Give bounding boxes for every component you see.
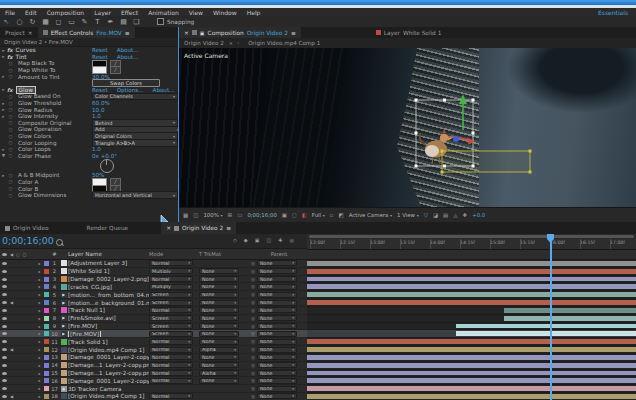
layer-duration-bar[interactable]	[456, 324, 636, 329]
layer-row-8[interactable]: ▸8▶[Fire&Smoke.avi]Screen▾None▾◎None▾	[0, 315, 307, 323]
layer-name[interactable]: [Origin Video.mp4 Comp 1]	[68, 393, 144, 399]
layer-name[interactable]: [Damage_0002_Layer-2.png]	[68, 276, 149, 282]
layer-duration-bar[interactable]	[307, 269, 636, 274]
parent-dropdown[interactable]: None▾	[257, 386, 297, 392]
layer-duration-bar[interactable]	[307, 394, 636, 399]
layer-row-14[interactable]: ▸14[Damage...1_Layer-2-copy.png]Normal▾N…	[0, 362, 307, 370]
stopwatch-icon[interactable]: ○	[7, 120, 14, 125]
expand-arrow-icon[interactable]: ▸	[36, 386, 43, 391]
layer-name[interactable]: [Origin Video.mp4 Comp 1]	[68, 347, 144, 353]
parent-pickwhip-icon[interactable]: ◎	[251, 355, 255, 360]
parent-dropdown[interactable]: None▾	[257, 315, 297, 321]
effect-curves[interactable]: ▸fxCurvesResetAbout...	[0, 47, 178, 54]
layer-label-color[interactable]	[44, 355, 49, 360]
timeline-button-icon[interactable]: ▤	[443, 212, 448, 218]
trkmat-dropdown[interactable]: Alpha▾	[199, 370, 239, 376]
parent-dropdown[interactable]: None▾	[257, 284, 297, 290]
col-layer-name[interactable]: Layer Name	[68, 251, 149, 257]
layer-label-color[interactable]	[44, 347, 49, 352]
expand-arrow-icon[interactable]: ▸	[36, 308, 43, 313]
solo-icon[interactable]: ○	[16, 252, 20, 257]
tab-origin-video[interactable]: Origin Video	[0, 222, 54, 234]
layer-name[interactable]: 3D Tracker Camera	[68, 386, 122, 392]
blend-mode-dropdown[interactable]: Normal▾	[149, 339, 193, 345]
parent-dropdown[interactable]: None▾	[257, 307, 297, 313]
reset-link[interactable]: Reset	[92, 47, 108, 53]
expand-arrow-icon[interactable]: ▸	[36, 316, 43, 321]
layer-duration-bar[interactable]	[307, 355, 636, 360]
view-dropdown[interactable]: Active Camera ▾	[349, 212, 392, 218]
roi-icon[interactable]: ▫	[330, 212, 334, 218]
blend-mode-dropdown[interactable]: Screen▾	[149, 300, 193, 306]
video-visibility-icon[interactable]	[2, 340, 7, 343]
expand-arrow-icon[interactable]: ▸	[36, 292, 43, 297]
col-mode[interactable]: Mode	[149, 251, 199, 257]
layer-name[interactable]: [Fire.MOV]	[68, 323, 97, 329]
layer-duration-bar[interactable]	[307, 386, 636, 391]
parent-pickwhip-icon[interactable]: ◎	[251, 394, 255, 399]
layer-row-4[interactable]: ▸4[cracks_CG.jpg]Multiply▾None▾◎None▾	[0, 283, 307, 291]
parent-pickwhip-icon[interactable]: ◎	[251, 284, 255, 289]
parent-pickwhip-icon[interactable]: ◎	[251, 277, 255, 282]
stopwatch-icon[interactable]: ○	[7, 173, 14, 178]
subtab-origin-video-2[interactable]: Origin Video 2	[179, 40, 229, 46]
layer-row-15[interactable]: ▸15[Damage...1_Layer-2-copy.png]Normal▾A…	[0, 370, 307, 378]
layer-name[interactable]: [Track Solid 1]	[68, 339, 108, 345]
trkmat-dropdown[interactable]: None▾	[199, 307, 239, 313]
transparency-grid-icon[interactable]: ◩	[339, 212, 344, 218]
snapshot-icon[interactable]: ▣	[282, 212, 287, 218]
blend-mode-dropdown[interactable]: Normal▾	[149, 307, 193, 313]
hand-tool-icon[interactable]: ○	[13, 18, 26, 26]
lock-icon[interactable]: ▢	[23, 252, 27, 257]
time-ruler[interactable]: 12:00f12:15f13:00f13:15f14:00f14:15f15:0…	[307, 239, 636, 250]
trkmat-dropdown[interactable]: None▾	[199, 362, 239, 368]
video-visibility-icon[interactable]	[2, 309, 7, 312]
parent-pickwhip-icon[interactable]: ◎	[251, 363, 255, 368]
layer-row-16[interactable]: ▸16[Damage_0001_Layer-2-copy.png]Normal▾…	[0, 377, 307, 385]
pan-behind-tool-icon[interactable]: ◻	[52, 18, 65, 26]
mask-shape-tool-icon[interactable]: ▭	[65, 18, 78, 26]
stopwatch-icon[interactable]: ○	[7, 114, 14, 119]
workspace-label[interactable]: Essentials	[598, 9, 636, 16]
blend-mode-dropdown[interactable]: Normal▾	[149, 378, 193, 384]
about-link[interactable]: About...	[153, 87, 175, 93]
video-visibility-icon[interactable]	[2, 293, 7, 296]
layer-name[interactable]: [Fire&Smoke.avi]	[68, 315, 116, 321]
parent-dropdown[interactable]: None▾	[257, 347, 297, 353]
layer-row-7[interactable]: ▸7[Track Null 1]Normal▾None▾◎None▾	[0, 307, 307, 315]
expand-arrow-icon[interactable]: ▸	[36, 347, 43, 352]
options-link[interactable]: Options...	[117, 87, 144, 93]
playhead-line[interactable]	[550, 234, 552, 400]
stopwatch-icon[interactable]: ○	[7, 68, 14, 73]
brush-tool-icon[interactable]: ✒	[104, 18, 117, 26]
menu-window[interactable]: Window	[208, 9, 242, 16]
layer-label-color[interactable]	[44, 386, 49, 391]
stopwatch-icon[interactable]: ○	[7, 179, 14, 184]
video-visibility-icon[interactable]	[2, 387, 7, 390]
video-visibility-icon[interactable]	[2, 270, 7, 273]
parent-dropdown[interactable]: None▾	[257, 354, 297, 360]
frame-blend-icon[interactable]: ◆	[244, 237, 248, 243]
close-icon[interactable]: ×	[166, 225, 171, 231]
blend-mode-dropdown[interactable]: Screen▾	[149, 315, 193, 321]
expand-arrow-icon[interactable]: ▸	[36, 261, 43, 266]
col-trkmat[interactable]: T TrkMat	[199, 251, 251, 257]
layer-name[interactable]: [Damage...1_Layer-2-copy.png]	[68, 370, 149, 376]
audio-icon[interactable]: ◀	[10, 394, 13, 399]
layer-duration-bar[interactable]	[307, 277, 636, 282]
stopwatch-icon[interactable]: ○	[7, 153, 14, 158]
video-visibility-icon[interactable]	[2, 395, 7, 398]
trkmat-dropdown[interactable]: None▾	[199, 276, 239, 282]
col-parent[interactable]: Parent	[251, 251, 307, 257]
menu-layer[interactable]: Layer	[89, 9, 116, 16]
blend-mode-dropdown[interactable]: Normal▾	[149, 370, 193, 376]
adjust-icon[interactable]: ✚	[278, 237, 282, 243]
snapping-toggle[interactable]: Snapping	[157, 18, 194, 25]
layer-row-13[interactable]: ▸13[Damage_0001_Layer-2-copy.png]Normal▾…	[0, 354, 307, 362]
brainstorm-icon[interactable]: ◫	[266, 237, 271, 243]
video-visibility-icon[interactable]	[2, 285, 7, 288]
trkmat-dropdown[interactable]: None▾	[199, 315, 239, 321]
parent-dropdown[interactable]: None▾	[257, 378, 297, 384]
video-visibility-icon[interactable]	[2, 379, 7, 382]
parent-pickwhip-icon[interactable]: ◎	[251, 378, 255, 383]
